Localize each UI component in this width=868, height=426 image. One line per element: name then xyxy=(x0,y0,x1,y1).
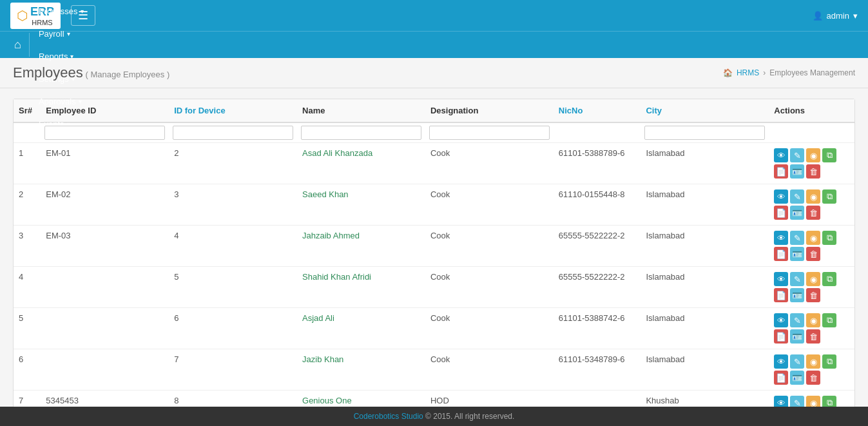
status-button[interactable]: ◉ xyxy=(806,272,820,286)
copy-button[interactable]: ⧉ xyxy=(822,231,836,245)
copy-button[interactable]: ⧉ xyxy=(822,148,836,162)
doc-button[interactable]: 📄 xyxy=(774,329,788,344)
main-content: Sr#Employee IDID for DeviceNameDesignati… xyxy=(0,88,868,426)
cell-device-id: 5 xyxy=(169,267,297,308)
filter-emp-id xyxy=(41,122,169,143)
copy-button[interactable]: ⧉ xyxy=(822,354,836,369)
cell-nic: 65555-5522222-2 xyxy=(554,267,641,308)
admin-menu[interactable]: 👤 admin ▾ xyxy=(813,11,858,21)
status-button[interactable]: ◉ xyxy=(806,354,820,369)
nav-item-payroll[interactable]: Payroll▾ xyxy=(30,23,108,45)
nav-bar: ⌂ Employees▾Rosters▾Attendance▾Processes… xyxy=(0,31,868,58)
cell-name[interactable]: Saeed Khan xyxy=(297,184,425,226)
breadcrumb-home-link[interactable]: HRMS xyxy=(737,68,759,77)
status-button[interactable]: ◉ xyxy=(806,313,820,327)
cell-actions: 👁 ✎ ◉ ⧉ 📄 🪪 🗑 xyxy=(769,267,854,308)
cell-emp-id: EM-03 xyxy=(41,226,169,267)
cell-emp-id: EM-02 xyxy=(41,184,169,226)
filter-city-input[interactable] xyxy=(644,126,765,140)
filter-name-input[interactable] xyxy=(301,126,421,140)
cell-name[interactable]: Jazib Khan xyxy=(297,349,425,391)
cell-designation: Cook xyxy=(425,184,554,226)
card-button[interactable]: 🪪 xyxy=(790,288,804,302)
card-button[interactable]: 🪪 xyxy=(790,247,804,261)
cell-device-id: 2 xyxy=(169,143,297,184)
action-icons: 👁 ✎ ◉ ⧉ 📄 🪪 🗑 xyxy=(774,148,838,179)
edit-button[interactable]: ✎ xyxy=(790,272,804,286)
filter-nic xyxy=(554,122,641,143)
table-row: 56Asjad AliCook61101-5388742-6Islamabad … xyxy=(14,308,854,349)
breadcrumb-home-icon: 🏠 xyxy=(723,68,733,77)
col-city: City xyxy=(641,99,769,122)
delete-button[interactable]: 🗑 xyxy=(806,288,820,302)
view-button[interactable]: 👁 xyxy=(774,313,788,327)
table-body: 1EM-012Asad Ali KhanzadaCook61101-538878… xyxy=(14,143,854,427)
doc-button[interactable]: 📄 xyxy=(774,371,788,385)
col-nicno: NicNo xyxy=(554,99,641,122)
edit-button[interactable]: ✎ xyxy=(790,354,804,369)
cell-designation: Cook xyxy=(425,143,554,184)
doc-button[interactable]: 📄 xyxy=(774,164,788,179)
view-button[interactable]: 👁 xyxy=(774,231,788,245)
cell-name[interactable]: Asjad Ali xyxy=(297,308,425,349)
status-button[interactable]: ◉ xyxy=(806,189,820,204)
copy-button[interactable]: ⧉ xyxy=(822,313,836,327)
admin-caret-icon: ▾ xyxy=(853,11,858,21)
cell-designation: Cook xyxy=(425,349,554,391)
card-button[interactable]: 🪪 xyxy=(790,206,804,220)
filter-designation-input[interactable] xyxy=(429,126,550,140)
filter-emp-id-input[interactable] xyxy=(44,126,165,140)
status-button[interactable]: ◉ xyxy=(806,231,820,245)
copy-button[interactable]: ⧉ xyxy=(822,189,836,204)
nav-home-button[interactable]: ⌂ xyxy=(6,33,30,57)
view-button[interactable]: 👁 xyxy=(774,354,788,369)
edit-button[interactable]: ✎ xyxy=(790,231,804,245)
action-icons: 👁 ✎ ◉ ⧉ 📄 🪪 🗑 xyxy=(774,272,838,302)
filter-device-id-input[interactable] xyxy=(173,126,293,140)
view-button[interactable]: 👁 xyxy=(774,189,788,204)
cell-name[interactable]: Shahid Khan Afridi xyxy=(297,267,425,308)
cell-name[interactable]: Asad Ali Khanzada xyxy=(297,143,425,184)
cell-sr: 5 xyxy=(14,308,41,349)
cell-emp-id xyxy=(41,267,169,308)
filter-designation xyxy=(425,122,554,143)
doc-button[interactable]: 📄 xyxy=(774,206,788,220)
table-row: 67Jazib KhanCook61101-5348789-6Islamabad… xyxy=(14,349,854,391)
cell-name[interactable]: Jahzaib Ahmed xyxy=(297,226,425,267)
footer: Coderobotics Studio © 2015. All right re… xyxy=(0,407,868,426)
table-row: 1EM-012Asad Ali KhanzadaCook61101-538878… xyxy=(14,143,854,184)
table-container: Sr#Employee IDID for DeviceNameDesignati… xyxy=(13,99,855,426)
footer-text: © 2015. All right reserved. xyxy=(425,412,514,421)
table-row: 3EM-034Jahzaib AhmedCook65555-5522222-2I… xyxy=(14,226,854,267)
cell-device-id: 7 xyxy=(169,349,297,391)
doc-button[interactable]: 📄 xyxy=(774,288,788,302)
cell-device-id: 4 xyxy=(169,226,297,267)
admin-label: admin xyxy=(827,11,849,21)
filter-row xyxy=(14,122,854,143)
delete-button[interactable]: 🗑 xyxy=(806,371,820,385)
breadcrumb-current: Employees Management xyxy=(769,68,855,77)
cell-city: Islamabad xyxy=(641,143,769,184)
filter-name xyxy=(297,122,425,143)
doc-button[interactable]: 📄 xyxy=(774,247,788,261)
nav-item-processes[interactable]: Processes▾ xyxy=(30,0,108,23)
delete-button[interactable]: 🗑 xyxy=(806,164,820,179)
edit-button[interactable]: ✎ xyxy=(790,148,804,162)
card-button[interactable]: 🪪 xyxy=(790,329,804,344)
table-header-row: Sr#Employee IDID for DeviceNameDesignati… xyxy=(14,99,854,122)
cell-designation: Cook xyxy=(425,308,554,349)
delete-button[interactable]: 🗑 xyxy=(806,329,820,344)
view-button[interactable]: 👁 xyxy=(774,148,788,162)
status-button[interactable]: ◉ xyxy=(806,148,820,162)
cell-actions: 👁 ✎ ◉ ⧉ 📄 🪪 🗑 xyxy=(769,308,854,349)
cell-nic: 61101-5348789-6 xyxy=(554,349,641,391)
delete-button[interactable]: 🗑 xyxy=(806,206,820,220)
edit-button[interactable]: ✎ xyxy=(790,189,804,204)
delete-button[interactable]: 🗑 xyxy=(806,247,820,261)
view-button[interactable]: 👁 xyxy=(774,272,788,286)
card-button[interactable]: 🪪 xyxy=(790,164,804,179)
copy-button[interactable]: ⧉ xyxy=(822,272,836,286)
card-button[interactable]: 🪪 xyxy=(790,371,804,385)
edit-button[interactable]: ✎ xyxy=(790,313,804,327)
cell-city: Islamabad xyxy=(641,184,769,226)
